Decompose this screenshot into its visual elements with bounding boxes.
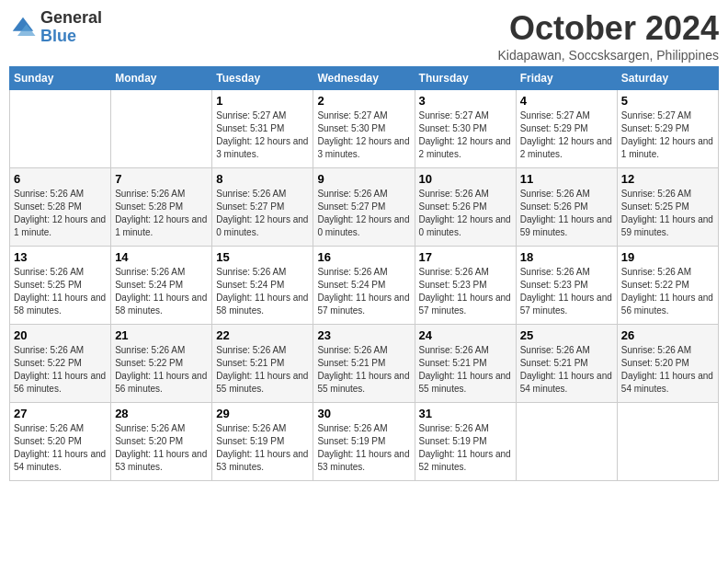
calendar-week-row: 1Sunrise: 5:27 AMSunset: 5:31 PMDaylight… xyxy=(10,90,719,168)
sunset-label: Sunset: 5:19 PM xyxy=(419,436,487,446)
calendar-cell: 21Sunrise: 5:26 AMSunset: 5:22 PMDayligh… xyxy=(111,325,212,403)
sunset-label: Sunset: 5:21 PM xyxy=(216,358,284,368)
daylight-label: Daylight: 12 hours and 0 minutes. xyxy=(317,214,409,237)
daylight-label: Daylight: 11 hours and 54 minutes. xyxy=(14,449,106,472)
day-info: Sunrise: 5:26 AMSunset: 5:24 PMDaylight:… xyxy=(216,266,309,317)
day-number: 12 xyxy=(621,172,714,186)
sunrise-label: Sunrise: 5:27 AM xyxy=(216,110,286,121)
sunset-label: Sunset: 5:29 PM xyxy=(621,123,689,133)
logo-text: General Blue xyxy=(40,9,102,46)
daylight-label: Daylight: 12 hours and 3 minutes. xyxy=(216,136,308,159)
sunrise-label: Sunrise: 5:26 AM xyxy=(317,267,387,277)
day-number: 11 xyxy=(520,172,613,186)
calendar-cell: 19Sunrise: 5:26 AMSunset: 5:22 PMDayligh… xyxy=(617,247,718,325)
day-number: 10 xyxy=(419,172,512,186)
sunset-label: Sunset: 5:21 PM xyxy=(317,358,385,368)
day-number: 9 xyxy=(317,172,410,186)
logo-line2: Blue xyxy=(40,28,102,46)
daylight-label: Daylight: 11 hours and 54 minutes. xyxy=(520,371,612,394)
day-number: 28 xyxy=(115,407,208,420)
sunrise-label: Sunrise: 5:26 AM xyxy=(14,267,84,277)
calendar-cell: 17Sunrise: 5:26 AMSunset: 5:23 PMDayligh… xyxy=(415,247,516,325)
location-subtitle: Kidapawan, Soccsksargen, Philippines xyxy=(498,48,719,63)
daylight-label: Daylight: 11 hours and 59 minutes. xyxy=(621,214,713,237)
calendar-cell: 13Sunrise: 5:26 AMSunset: 5:25 PMDayligh… xyxy=(10,247,111,325)
sunrise-label: Sunrise: 5:26 AM xyxy=(621,189,691,199)
weekday-header-row: SundayMondayTuesdayWednesdayThursdayFrid… xyxy=(10,67,719,90)
daylight-label: Daylight: 12 hours and 1 minute. xyxy=(621,136,713,159)
day-info: Sunrise: 5:26 AMSunset: 5:20 PMDaylight:… xyxy=(621,344,714,396)
sunset-label: Sunset: 5:23 PM xyxy=(520,280,588,290)
sunrise-label: Sunrise: 5:26 AM xyxy=(14,189,84,199)
day-info: Sunrise: 5:26 AMSunset: 5:25 PMDaylight:… xyxy=(621,188,714,239)
calendar-cell: 14Sunrise: 5:26 AMSunset: 5:24 PMDayligh… xyxy=(111,247,212,325)
sunrise-label: Sunrise: 5:26 AM xyxy=(115,345,185,355)
calendar-cell: 30Sunrise: 5:26 AMSunset: 5:19 PMDayligh… xyxy=(313,403,415,481)
daylight-label: Daylight: 11 hours and 58 minutes. xyxy=(216,293,308,316)
sunrise-label: Sunrise: 5:26 AM xyxy=(14,345,84,355)
calendar-cell: 2Sunrise: 5:27 AMSunset: 5:30 PMDaylight… xyxy=(313,90,415,168)
day-number: 19 xyxy=(621,250,714,264)
sunrise-label: Sunrise: 5:26 AM xyxy=(115,189,185,199)
day-info: Sunrise: 5:27 AMSunset: 5:29 PMDaylight:… xyxy=(520,109,613,161)
day-info: Sunrise: 5:26 AMSunset: 5:24 PMDaylight:… xyxy=(317,266,410,317)
calendar-cell: 20Sunrise: 5:26 AMSunset: 5:22 PMDayligh… xyxy=(10,325,111,403)
sunset-label: Sunset: 5:25 PM xyxy=(621,201,689,212)
sunrise-label: Sunrise: 5:26 AM xyxy=(419,189,489,199)
day-number: 27 xyxy=(14,407,107,420)
sunset-label: Sunset: 5:27 PM xyxy=(216,201,284,212)
sunrise-label: Sunrise: 5:26 AM xyxy=(520,189,590,199)
weekday-header-saturday: Saturday xyxy=(617,67,718,90)
sunrise-label: Sunrise: 5:26 AM xyxy=(14,423,84,433)
day-info: Sunrise: 5:26 AMSunset: 5:25 PMDaylight:… xyxy=(14,266,107,317)
sunset-label: Sunset: 5:20 PM xyxy=(621,358,689,368)
day-info: Sunrise: 5:26 AMSunset: 5:20 PMDaylight:… xyxy=(14,422,107,474)
day-number: 31 xyxy=(419,407,512,420)
sunset-label: Sunset: 5:21 PM xyxy=(419,358,487,368)
day-number: 1 xyxy=(216,94,309,108)
daylight-label: Daylight: 11 hours and 56 minutes. xyxy=(621,293,713,316)
sunrise-label: Sunrise: 5:26 AM xyxy=(317,345,387,355)
calendar-cell xyxy=(10,90,111,168)
calendar-cell: 23Sunrise: 5:26 AMSunset: 5:21 PMDayligh… xyxy=(313,325,415,403)
day-info: Sunrise: 5:26 AMSunset: 5:21 PMDaylight:… xyxy=(216,344,309,396)
title-area: October 2024 Kidapawan, Soccsksargen, Ph… xyxy=(498,9,719,63)
sunset-label: Sunset: 5:26 PM xyxy=(419,201,487,212)
day-number: 24 xyxy=(419,328,512,342)
daylight-label: Daylight: 11 hours and 57 minutes. xyxy=(520,293,612,316)
calendar-cell: 31Sunrise: 5:26 AMSunset: 5:19 PMDayligh… xyxy=(415,403,516,481)
daylight-label: Daylight: 11 hours and 59 minutes. xyxy=(520,214,612,237)
sunrise-label: Sunrise: 5:26 AM xyxy=(317,189,387,199)
logo-line1: General xyxy=(40,9,102,28)
sunset-label: Sunset: 5:27 PM xyxy=(317,201,385,212)
day-number: 5 xyxy=(621,94,714,108)
calendar-cell xyxy=(617,403,718,481)
day-info: Sunrise: 5:26 AMSunset: 5:19 PMDaylight:… xyxy=(216,422,309,474)
day-info: Sunrise: 5:27 AMSunset: 5:30 PMDaylight:… xyxy=(317,109,410,161)
sunset-label: Sunset: 5:22 PM xyxy=(115,358,183,368)
sunset-label: Sunset: 5:29 PM xyxy=(520,123,588,133)
day-info: Sunrise: 5:26 AMSunset: 5:21 PMDaylight:… xyxy=(419,344,512,396)
day-info: Sunrise: 5:27 AMSunset: 5:30 PMDaylight:… xyxy=(419,109,512,161)
weekday-header-monday: Monday xyxy=(111,67,212,90)
calendar-table: SundayMondayTuesdayWednesdayThursdayFrid… xyxy=(9,66,719,481)
sunset-label: Sunset: 5:25 PM xyxy=(14,280,82,290)
calendar-cell: 27Sunrise: 5:26 AMSunset: 5:20 PMDayligh… xyxy=(10,403,111,481)
day-info: Sunrise: 5:26 AMSunset: 5:24 PMDaylight:… xyxy=(115,266,208,317)
weekday-header-friday: Friday xyxy=(516,67,617,90)
daylight-label: Daylight: 12 hours and 2 minutes. xyxy=(520,136,612,159)
calendar-cell: 25Sunrise: 5:26 AMSunset: 5:21 PMDayligh… xyxy=(516,325,617,403)
sunrise-label: Sunrise: 5:26 AM xyxy=(419,345,489,355)
calendar-cell: 8Sunrise: 5:26 AMSunset: 5:27 PMDaylight… xyxy=(212,168,313,247)
day-info: Sunrise: 5:26 AMSunset: 5:22 PMDaylight:… xyxy=(14,344,107,396)
sunset-label: Sunset: 5:21 PM xyxy=(520,358,588,368)
sunrise-label: Sunrise: 5:27 AM xyxy=(419,110,489,121)
sunrise-label: Sunrise: 5:26 AM xyxy=(520,267,590,277)
daylight-label: Daylight: 12 hours and 3 minutes. xyxy=(317,136,409,159)
day-number: 22 xyxy=(216,328,309,342)
sunset-label: Sunset: 5:20 PM xyxy=(115,436,183,446)
daylight-label: Daylight: 12 hours and 1 minute. xyxy=(14,214,106,237)
sunrise-label: Sunrise: 5:26 AM xyxy=(115,267,185,277)
sunset-label: Sunset: 5:22 PM xyxy=(14,358,82,368)
day-info: Sunrise: 5:26 AMSunset: 5:27 PMDaylight:… xyxy=(216,188,309,239)
